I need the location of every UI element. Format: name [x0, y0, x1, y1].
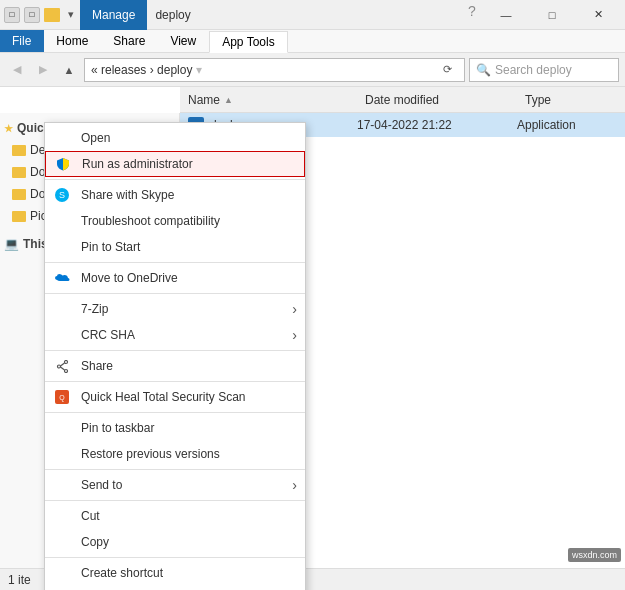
ribbon-tabs: File Home Share View App Tools	[0, 30, 625, 52]
ctx-quickheal-label: Quick Heal Total Security Scan	[81, 390, 246, 404]
ctx-divider-9	[45, 557, 305, 558]
ctx-pin-taskbar-label: Pin to taskbar	[81, 421, 154, 435]
col-header-date[interactable]: Date modified	[365, 93, 525, 107]
ctx-onedrive[interactable]: Move to OneDrive	[45, 265, 305, 291]
ctx-run-as-admin[interactable]: Run as administrator	[45, 151, 305, 177]
ctx-delete[interactable]: Delete	[45, 586, 305, 590]
folder-icon	[12, 211, 26, 222]
path-text: « releases › deploy	[91, 63, 192, 77]
status-count: 1 ite	[8, 573, 31, 587]
close-button[interactable]: ✕	[575, 0, 621, 30]
window-icon-1: □	[4, 7, 20, 23]
ctx-pin-start[interactable]: Pin to Start	[45, 234, 305, 260]
ctx-cut-label: Cut	[81, 509, 100, 523]
skype-icon: S	[53, 186, 71, 204]
ctx-create-shortcut-label: Create shortcut	[81, 566, 163, 580]
ctx-restore-versions[interactable]: Restore previous versions	[45, 441, 305, 467]
ribbon: File Home Share View App Tools	[0, 30, 625, 53]
file-type-cell: Application	[517, 118, 617, 132]
address-path[interactable]: « releases › deploy ▾ ⟳	[84, 58, 465, 82]
folder-icon	[12, 167, 26, 178]
minimize-button[interactable]: —	[483, 0, 529, 30]
ctx-send-to-label: Send to	[81, 478, 122, 492]
ctx-share-skype[interactable]: S Share with Skype	[45, 182, 305, 208]
maximize-button[interactable]: □	[529, 0, 575, 30]
file-date-cell: 17-04-2022 21:22	[357, 118, 517, 132]
help-button[interactable]: ?	[461, 0, 483, 22]
column-headers: Name ▲ Date modified Type	[180, 87, 625, 113]
ctx-copy[interactable]: Copy	[45, 529, 305, 555]
ctx-troubleshoot[interactable]: Troubleshoot compatibility	[45, 208, 305, 234]
ctx-divider-8	[45, 500, 305, 501]
refresh-button[interactable]: ⟳	[436, 59, 458, 81]
ctx-restore-versions-label: Restore previous versions	[81, 447, 220, 461]
folder-title-icon	[44, 8, 60, 22]
search-box[interactable]: 🔍 Search deploy	[469, 58, 619, 82]
search-icon: 🔍	[476, 63, 491, 77]
ctx-pin-taskbar[interactable]: Pin to taskbar	[45, 415, 305, 441]
manage-tab[interactable]: Manage	[80, 0, 147, 30]
ctx-run-as-admin-label: Run as administrator	[82, 157, 193, 171]
ctx-divider-6	[45, 412, 305, 413]
forward-button[interactable]: ▶	[32, 59, 54, 81]
svg-point-2	[57, 365, 60, 368]
svg-line-3	[60, 363, 64, 366]
ctx-cut[interactable]: Cut	[45, 503, 305, 529]
ctx-open-label: Open	[81, 131, 110, 145]
ctx-pin-start-label: Pin to Start	[81, 240, 140, 254]
ctx-divider-4	[45, 350, 305, 351]
col-header-name[interactable]: Name ▲	[180, 93, 365, 107]
tab-share[interactable]: Share	[101, 30, 158, 52]
ctx-7zip[interactable]: 7-Zip	[45, 296, 305, 322]
ctx-troubleshoot-label: Troubleshoot compatibility	[81, 214, 220, 228]
ctx-copy-label: Copy	[81, 535, 109, 549]
pc-icon: 💻	[4, 237, 19, 251]
ctx-divider-7	[45, 469, 305, 470]
svg-point-0	[64, 360, 67, 363]
window-title: deploy	[155, 8, 461, 22]
watermark: wsxdn.com	[568, 548, 621, 562]
folder-icon	[12, 145, 26, 156]
tab-file[interactable]: File	[0, 30, 44, 52]
share-icon	[53, 357, 71, 375]
ctx-crc-sha[interactable]: CRC SHA	[45, 322, 305, 348]
window-icon-2: □	[24, 7, 40, 23]
ctx-share[interactable]: Share	[45, 353, 305, 379]
title-controls: ? — □ ✕	[461, 0, 621, 30]
ctx-open[interactable]: Open	[45, 125, 305, 151]
col-header-type[interactable]: Type	[525, 93, 625, 107]
tab-apptools[interactable]: App Tools	[209, 31, 287, 53]
ctx-share-label: Share	[81, 359, 113, 373]
ctx-send-to[interactable]: Send to	[45, 472, 305, 498]
ctx-quickheal[interactable]: Q Quick Heal Total Security Scan	[45, 384, 305, 410]
address-bar: ◀ ▶ ▲ « releases › deploy ▾ ⟳ 🔍 Search d…	[0, 53, 625, 87]
title-bar: □ □ ▾ Manage deploy ? — □ ✕	[0, 0, 625, 30]
ctx-7zip-label: 7-Zip	[81, 302, 108, 316]
quickheal-icon: Q	[53, 388, 71, 406]
tab-home[interactable]: Home	[44, 30, 101, 52]
back-button[interactable]: ◀	[6, 59, 28, 81]
search-placeholder: Search deploy	[495, 63, 572, 77]
ctx-divider-5	[45, 381, 305, 382]
ctx-onedrive-label: Move to OneDrive	[81, 271, 178, 285]
tab-view[interactable]: View	[158, 30, 209, 52]
ctx-divider-3	[45, 293, 305, 294]
ctx-divider-2	[45, 262, 305, 263]
svg-point-1	[64, 369, 67, 372]
ctx-divider-1	[45, 179, 305, 180]
ctx-share-skype-label: Share with Skype	[81, 188, 174, 202]
title-bar-icons: □ □ ▾	[4, 7, 74, 23]
folder-icon	[12, 189, 26, 200]
onedrive-icon	[53, 269, 71, 287]
ctx-crc-sha-label: CRC SHA	[81, 328, 135, 342]
ctx-create-shortcut[interactable]: Create shortcut	[45, 560, 305, 586]
context-menu: Open Run as administrator S Share with S…	[44, 122, 306, 590]
star-icon: ★	[4, 123, 13, 134]
shield-icon	[54, 155, 72, 173]
svg-line-4	[60, 367, 64, 370]
up-button[interactable]: ▲	[58, 59, 80, 81]
